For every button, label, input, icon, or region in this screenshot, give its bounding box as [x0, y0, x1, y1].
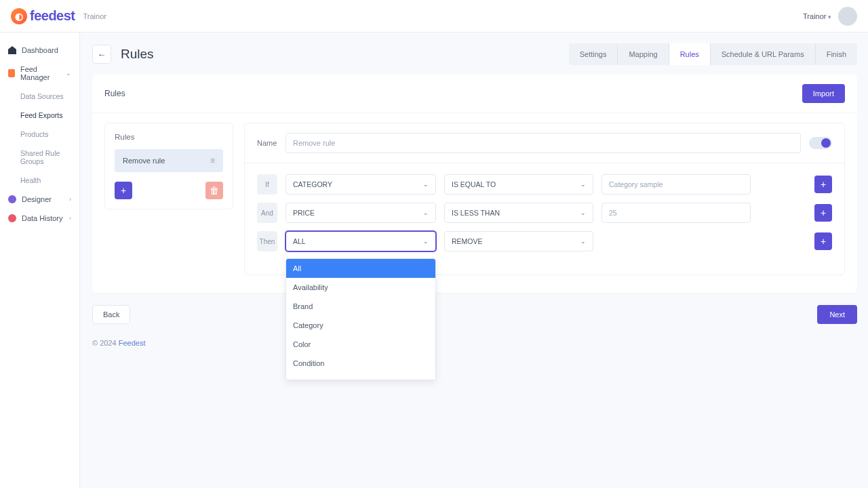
delete-rule-button[interactable]: 🗑 — [205, 182, 223, 199]
rule-list-item[interactable]: Remove rule ≡ — [115, 149, 223, 172]
tabs: Settings Mapping Rules Schedule & URL Pa… — [569, 43, 857, 65]
card-title: Rules — [104, 89, 125, 98]
dropdown-option[interactable]: All — [286, 259, 435, 278]
history-icon — [8, 214, 16, 222]
dropdown-option[interactable]: Category — [286, 316, 435, 335]
chevron-down-icon: ⌄ — [580, 181, 586, 188]
tab-mapping[interactable]: Mapping — [618, 43, 669, 65]
chevron-down-icon: ⌄ — [66, 70, 71, 77]
logo-sub: Trainor — [83, 12, 106, 20]
and-label: And — [257, 203, 277, 223]
sidebar-label: Feed Manager — [20, 65, 60, 81]
then-field-dropdown: All Availability Brand Category Color Co… — [285, 258, 436, 380]
sidebar-item-shared-rule-groups[interactable]: Shared Rule Groups — [0, 144, 79, 171]
sidebar: Dashboard Feed Manager ⌄ Data Sources Fe… — [0, 33, 80, 488]
back-step-button[interactable]: Back — [92, 305, 130, 324]
add-condition-button[interactable]: + — [814, 176, 832, 193]
avatar[interactable] — [838, 7, 857, 26]
sidebar-item-feed-exports[interactable]: Feed Exports — [0, 106, 79, 125]
if-value-input[interactable]: Category sample — [601, 174, 751, 195]
chevron-down-icon: ⌄ — [423, 181, 429, 188]
logo-text: feedest — [30, 8, 75, 24]
chevron-right-icon: › — [69, 196, 71, 203]
user-menu[interactable]: Trainor — [803, 12, 831, 20]
import-button[interactable]: Import — [802, 84, 845, 103]
home-icon — [8, 46, 16, 54]
tab-finish[interactable]: Finish — [816, 43, 857, 65]
condition-row-then: Then ALL ⌄ REMOVE ⌄ + — [257, 231, 832, 251]
dropdown-option[interactable]: Color — [286, 335, 435, 354]
then-label: Then — [257, 231, 277, 251]
rules-card: Rules Import Rules Remove rule ≡ + 🗑 — [92, 75, 857, 293]
name-label: Name — [257, 139, 277, 147]
tab-rules[interactable]: Rules — [669, 43, 711, 65]
rules-list-title: Rules — [115, 133, 223, 141]
sidebar-item-designer[interactable]: Designer › — [0, 190, 79, 209]
dropdown-option[interactable]: Brand — [286, 297, 435, 316]
and-field-select[interactable]: PRICE ⌄ — [285, 203, 436, 223]
if-field-select[interactable]: CATEGORY ⌄ — [285, 174, 436, 195]
topbar: ◐ feedest Trainor Trainor — [0, 0, 868, 33]
back-button[interactable]: ← — [92, 45, 111, 64]
add-rule-button[interactable]: + — [115, 182, 132, 199]
sidebar-item-feed-manager[interactable]: Feed Manager ⌄ — [0, 60, 79, 87]
page-title: Rules — [121, 47, 154, 62]
chevron-right-icon: › — [69, 215, 71, 222]
if-operator-select[interactable]: IS EQUAL TO ⌄ — [444, 174, 593, 195]
condition-row-and: And PRICE ⌄ IS LESS THAN ⌄ 25 + — [257, 203, 832, 223]
dropdown-option[interactable]: Availability — [286, 278, 435, 297]
footer-actions: Back Next — [92, 305, 857, 324]
sidebar-item-dashboard[interactable]: Dashboard — [0, 41, 79, 60]
condition-row-if: If CATEGORY ⌄ IS EQUAL TO ⌄ Category sam… — [257, 174, 832, 195]
copyright: © 2024 Feedest — [92, 339, 857, 347]
rule-editor: Name Remove rule If CATEGORY ⌄ — [244, 123, 845, 275]
rules-list-panel: Rules Remove rule ≡ + 🗑 — [104, 123, 233, 209]
drag-handle-icon[interactable]: ≡ — [210, 156, 215, 165]
then-action-select[interactable]: REMOVE ⌄ — [444, 231, 593, 251]
chevron-down-icon: ⌄ — [423, 209, 429, 216]
sidebar-item-health[interactable]: Health — [0, 171, 79, 190]
sidebar-label: Data History — [22, 214, 63, 222]
logo-icon: ◐ — [11, 8, 27, 24]
sidebar-item-products[interactable]: Products — [0, 125, 79, 144]
designer-icon — [8, 195, 16, 203]
add-condition-button[interactable]: + — [814, 204, 832, 222]
if-label: If — [257, 174, 277, 195]
brand-link[interactable]: Feedest — [119, 339, 146, 347]
rule-name-input[interactable]: Remove rule — [285, 133, 801, 153]
sidebar-item-data-history[interactable]: Data History › — [0, 209, 79, 228]
sidebar-item-data-sources[interactable]: Data Sources — [0, 87, 79, 106]
logo[interactable]: ◐ feedest Trainor — [11, 8, 106, 24]
dropdown-option[interactable]: Description — [286, 373, 435, 380]
chevron-down-icon: ⌄ — [580, 209, 586, 216]
dropdown-option[interactable]: Condition — [286, 354, 435, 373]
tab-schedule-url-params[interactable]: Schedule & URL Params — [711, 43, 816, 65]
main: ← Rules Settings Mapping Rules Schedule … — [80, 33, 868, 488]
tab-settings[interactable]: Settings — [569, 43, 618, 65]
and-operator-select[interactable]: IS LESS THAN ⌄ — [444, 203, 593, 223]
rule-enabled-toggle[interactable] — [809, 137, 832, 149]
chevron-down-icon: ⌄ — [580, 238, 586, 245]
and-value-input[interactable]: 25 — [601, 203, 751, 223]
add-action-button[interactable]: + — [814, 232, 832, 250]
sidebar-label: Dashboard — [22, 46, 58, 54]
chevron-down-icon: ⌄ — [423, 238, 429, 245]
feed-icon — [8, 69, 15, 77]
sidebar-label: Designer — [22, 195, 52, 203]
then-field-select[interactable]: ALL ⌄ — [285, 231, 436, 251]
next-step-button[interactable]: Next — [817, 305, 857, 324]
rule-item-label: Remove rule — [123, 157, 165, 165]
